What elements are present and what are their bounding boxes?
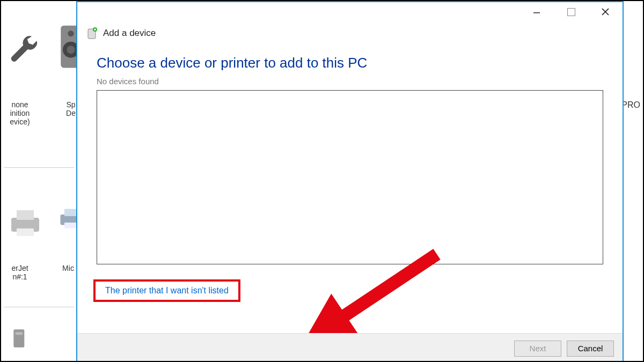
close-button[interactable] [588,2,623,21]
not-listed-highlight: The printer that I want isn't listed [93,279,240,302]
bg-label-a: none inition evice) [0,100,44,126]
bg-pc-icon [4,326,36,353]
device-list-box[interactable] [97,90,603,264]
bg-separator-2 [4,307,74,307]
svg-rect-9 [64,223,77,228]
svg-rect-11 [16,332,23,335]
bg-label-right: PRO [621,100,640,110]
svg-rect-8 [64,209,77,217]
svg-rect-5 [17,210,34,220]
svg-point-3 [68,31,74,36]
svg-line-15 [324,254,437,329]
next-button: Next [514,341,561,357]
no-devices-status: No devices found [97,77,603,86]
bg-label-c: erJet n#:1 [0,264,44,281]
maximize-button[interactable] [554,2,588,21]
wizard-heading: Choose a device or printer to add to thi… [97,55,603,71]
svg-rect-12 [533,12,540,13]
bg-separator-1 [4,167,74,168]
bg-device-wrench [4,33,47,92]
cancel-button[interactable]: Cancel [567,341,614,357]
minimize-button[interactable] [519,2,554,21]
wizard-caption: Add a device [103,28,156,39]
window-titlebar [77,2,623,21]
wizard-footer: Next Cancel [77,333,623,362]
add-device-wizard: Add a device Choose a device or printer … [76,1,624,362]
device-add-icon [87,27,98,40]
svg-rect-10 [13,329,24,347]
bg-printer-1 [4,205,47,241]
wizard-caption-row: Add a device [77,21,623,40]
svg-rect-6 [17,228,34,236]
svg-point-2 [67,46,75,54]
printer-not-listed-link[interactable]: The printer that I want isn't listed [105,286,229,295]
